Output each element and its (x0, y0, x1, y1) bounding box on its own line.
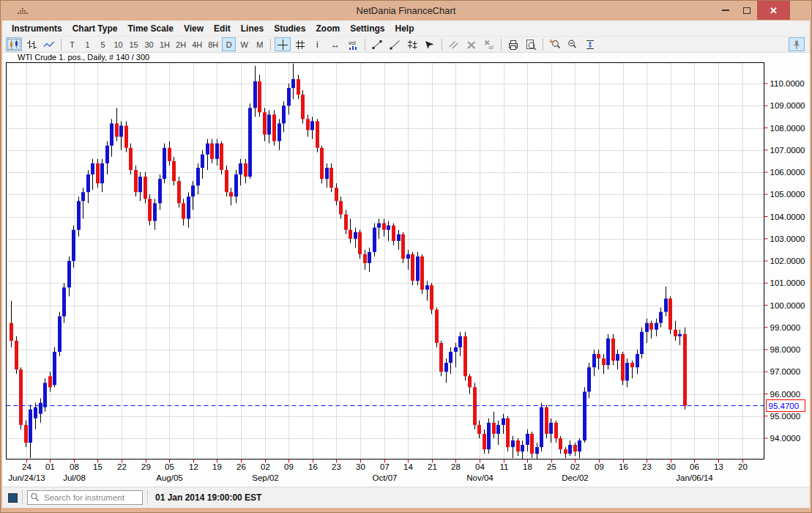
svg-text:13: 13 (714, 462, 723, 471)
menu-help[interactable]: Help (390, 22, 419, 35)
bar-chart-icon (26, 39, 37, 51)
svg-text:02: 02 (261, 462, 270, 471)
timescale-4h-button[interactable]: 4H (190, 37, 204, 51)
minimize-button[interactable] (715, 1, 736, 20)
pointer-button[interactable] (422, 37, 438, 51)
delete-line-icon (466, 39, 477, 51)
timescale-tick-button-label: T (70, 40, 75, 49)
timescale-8h-button[interactable]: 8H (206, 37, 220, 51)
print-icon (507, 39, 519, 51)
close-button[interactable]: ✕ (757, 1, 790, 20)
app-client-area: InstrumentsChart TypeTime ScaleViewEditL… (2, 21, 810, 508)
info-icon: i (312, 39, 324, 51)
menu-settings[interactable]: Settings (345, 22, 390, 35)
timescale-30min-button[interactable]: 30 (142, 37, 156, 51)
line-chart-icon (43, 39, 55, 51)
svg-text:Nov/04: Nov/04 (466, 473, 493, 482)
svg-text:09: 09 (284, 462, 294, 471)
parallel-lines-button[interactable] (446, 37, 462, 51)
timescale-weekly-button-label: W (241, 40, 248, 49)
maximize-button[interactable] (736, 1, 757, 20)
svg-text:Jun/24/13: Jun/24/13 (8, 473, 45, 482)
crosshair-button[interactable] (275, 37, 291, 51)
svg-text:100.0000: 100.0000 (770, 301, 805, 310)
candlestick-icon (8, 39, 20, 51)
title-bar: NetDania FinanceChart ✕ (0, 0, 812, 21)
svg-text:16: 16 (619, 462, 628, 471)
volume-button[interactable]: vol (345, 37, 361, 51)
search-input[interactable] (27, 490, 143, 505)
window-title: NetDania FinanceChart (0, 5, 812, 16)
svg-text:26: 26 (236, 462, 246, 471)
fibonacci-button[interactable] (404, 37, 420, 51)
svg-text:all: all (489, 44, 494, 49)
svg-text:14: 14 (403, 462, 413, 471)
timescale-weekly-button[interactable]: W (237, 37, 251, 51)
zoom-out-button[interactable] (565, 37, 581, 51)
chart-canvas[interactable]: 110.0000109.0000108.0000107.0000106.0000… (2, 53, 810, 487)
trend-line-icon (371, 39, 383, 51)
svg-text:25: 25 (547, 462, 556, 471)
fit-vertical-button[interactable] (582, 37, 598, 51)
svg-text:Oct/07: Oct/07 (373, 473, 398, 482)
timescale-tick-button[interactable]: T (65, 37, 79, 51)
menu-zoom[interactable]: Zoom (310, 22, 345, 35)
minimize-icon (722, 10, 729, 11)
timescale-monthly-button[interactable]: M (253, 37, 267, 51)
delete-line-button[interactable] (463, 37, 480, 51)
delete-all-lines-button[interactable]: all (481, 37, 497, 51)
last-update-timestamp: 01 Jan 2014 19:00:00 EST (152, 492, 261, 503)
svg-text:Sep/02: Sep/02 (252, 473, 278, 482)
horizontal-resize-button[interactable]: ↔ (327, 37, 343, 51)
timescale-1min-button-label: 1 (85, 40, 89, 49)
grid-button[interactable] (292, 37, 308, 51)
zoom-out-icon (567, 39, 578, 51)
timescale-10min-button[interactable]: 10 (111, 37, 125, 51)
menu-chart-type[interactable]: Chart Type (67, 22, 123, 35)
instrument-search (27, 490, 143, 505)
timescale-5min-button[interactable]: 5 (96, 37, 110, 51)
svg-text:Jul/08: Jul/08 (63, 473, 86, 482)
print-preview-button[interactable] (523, 37, 539, 51)
bar-chart-button[interactable] (23, 37, 40, 51)
trend-line-button[interactable] (369, 37, 385, 51)
svg-text:24: 24 (22, 462, 31, 471)
candlestick-chart-button[interactable] (6, 37, 22, 51)
timescale-1min-button[interactable]: 1 (81, 37, 94, 51)
menu-lines[interactable]: Lines (236, 22, 269, 35)
timescale-15min-button[interactable]: 15 (127, 37, 141, 51)
print-button[interactable] (505, 37, 521, 51)
pin-button[interactable] (789, 37, 805, 51)
timescale-30min-button-label: 30 (144, 40, 153, 49)
svg-text:04: 04 (475, 462, 485, 471)
menu-instruments[interactable]: Instruments (7, 22, 67, 35)
toolbar-separator (365, 39, 365, 51)
menu-bar: InstrumentsChart TypeTime ScaleViewEditL… (2, 21, 810, 37)
svg-text:105.0000: 105.0000 (770, 190, 805, 199)
timescale-1h-button[interactable]: 1H (157, 37, 172, 51)
statusbar-separator (147, 490, 148, 505)
zoom-in-button[interactable] (547, 37, 563, 51)
svg-text:30: 30 (356, 462, 365, 471)
line-chart-button[interactable] (41, 37, 57, 51)
menu-view[interactable]: View (179, 22, 209, 35)
menu-studies[interactable]: Studies (269, 22, 310, 35)
toolbar: T151015301H2H4H8HDWMi↔volall (2, 37, 810, 53)
svg-text:08: 08 (70, 462, 79, 471)
svg-text:16: 16 (308, 462, 318, 471)
svg-text:11: 11 (500, 462, 509, 471)
menu-edit[interactable]: Edit (209, 22, 236, 35)
maximize-icon (743, 7, 750, 14)
status-bar: 01 Jan 2014 19:00:00 EST (2, 487, 810, 508)
menu-time-scale[interactable]: Time Scale (122, 22, 178, 35)
info-button[interactable]: i (310, 37, 326, 51)
timescale-daily-button[interactable]: D (222, 37, 236, 51)
close-icon: ✕ (770, 5, 778, 16)
timescale-5min-button-label: 5 (100, 40, 105, 49)
ray-line-button[interactable] (387, 37, 403, 51)
timescale-2h-button[interactable]: 2H (174, 37, 188, 51)
grid-icon (294, 39, 306, 51)
svg-text:18: 18 (523, 462, 532, 471)
print-preview-icon (525, 39, 537, 51)
timescale-4h-button-label: 4H (192, 40, 202, 49)
